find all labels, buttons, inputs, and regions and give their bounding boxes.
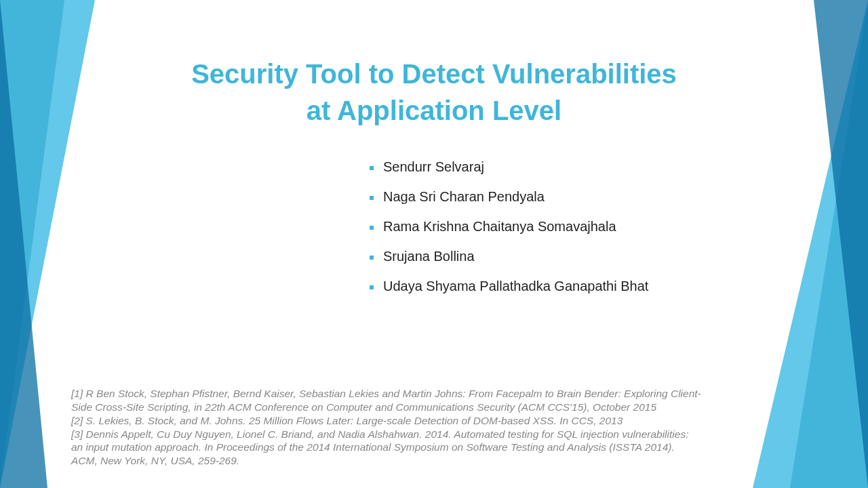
slide-content: Security Tool to Detect Vulnerabilities … — [0, 0, 868, 488]
author-name: Rama Krishna Chaitanya Somavajhala — [383, 219, 616, 234]
title-line-2: at Application Level — [307, 96, 561, 125]
author-name: Sendurr Selvaraj — [383, 159, 484, 174]
author-item: Naga Sri Charan Pendyala — [370, 190, 648, 203]
author-item: Rama Krishna Chaitanya Somavajhala — [370, 220, 648, 233]
author-item: Srujana Bollina — [370, 249, 648, 263]
author-item: Sendurr Selvaraj — [370, 160, 648, 174]
authors-list: Sendurr Selvaraj Naga Sri Charan Pendyal… — [370, 160, 648, 309]
author-name: Srujana Bollina — [383, 249, 475, 264]
reference-item: [2] S. Lekies, B. Stock, and M. Johns. 2… — [71, 414, 702, 428]
author-name: Naga Sri Charan Pendyala — [383, 189, 545, 204]
reference-item: [1] R Ben Stock, Stephan Pfistner, Bernd… — [71, 387, 702, 414]
author-name: Udaya Shyama Pallathadka Ganapathi Bhat — [383, 279, 648, 293]
slide-title: Security Tool to Detect Vulnerabilities … — [95, 56, 773, 129]
title-line-1: Security Tool to Detect Vulnerabilities — [191, 59, 677, 89]
author-item: Udaya Shyama Pallathadka Ganapathi Bhat — [370, 279, 648, 293]
references-block: [1] R Ben Stock, Stephan Pfistner, Bernd… — [71, 387, 702, 468]
reference-item: [3] Dennis Appelt, Cu Duy Nguyen, Lionel… — [71, 428, 702, 468]
